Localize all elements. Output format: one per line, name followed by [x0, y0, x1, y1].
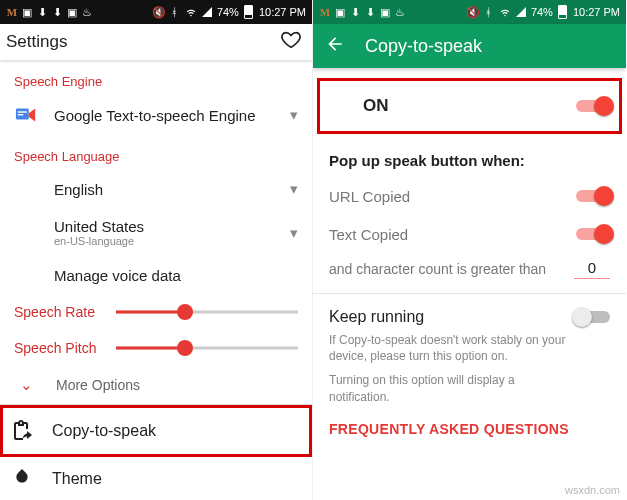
language-label: English: [54, 181, 103, 198]
speech-rate-label: Speech Rate: [14, 304, 110, 320]
url-copied-row[interactable]: URL Copied: [313, 177, 626, 215]
favorite-button[interactable]: [280, 29, 302, 55]
google-tts-icon: [14, 105, 38, 125]
download-icon: ⬇: [349, 6, 361, 18]
locale-label: United States: [54, 218, 144, 235]
language-row[interactable]: English ▾: [0, 170, 312, 208]
battery-percent: 74%: [531, 6, 553, 18]
url-copied-label: URL Copied: [329, 188, 410, 205]
settings-screen: M ▣ ⬇ ⬇ ▣ ♨ 🔇 ᚼ 74% 10:27 PM Settings: [0, 0, 313, 500]
locale-sub: en-US-language: [54, 235, 144, 247]
page-title: Settings: [6, 32, 67, 52]
keep-running-desc-2: Turning on this option will display a no…: [313, 370, 626, 410]
watermark: wsxdn.com: [565, 484, 620, 496]
battery-icon: [557, 6, 569, 18]
wifi-icon: [185, 6, 197, 18]
chevron-down-icon: ▾: [290, 224, 298, 242]
manage-voice-label: Manage voice data: [54, 267, 181, 284]
text-copied-label: Text Copied: [329, 226, 408, 243]
download-icon: ▣: [21, 6, 33, 18]
svg-rect-2: [18, 114, 24, 115]
status-bar: M ▣ ⬇ ⬇ ▣ ♨ 🔇 ᚼ 74% 10:27 PM: [313, 0, 626, 24]
keep-running-toggle[interactable]: [576, 308, 610, 326]
svg-rect-1: [18, 111, 27, 112]
app-header: Copy-to-speak: [313, 24, 626, 68]
speech-rate-row: Speech Rate: [0, 294, 312, 330]
signal-icon: [201, 6, 213, 18]
section-speech-language: Speech Language: [0, 135, 312, 170]
download-icon: ⬇: [364, 6, 376, 18]
engine-label: Google Text-to-speech Engine: [54, 107, 256, 124]
manage-voice-data-row[interactable]: Manage voice data: [0, 257, 312, 294]
character-count-row: and character count is greater than 0: [313, 253, 626, 293]
bluetooth-icon: ᚼ: [169, 6, 181, 18]
popup-heading: Pop up speak button when:: [313, 142, 626, 177]
text-copied-row[interactable]: Text Copied: [313, 215, 626, 253]
status-icon: M: [319, 6, 331, 18]
copy-to-speak-menu-item[interactable]: Copy-to-speak: [0, 405, 312, 457]
more-options-label: More Options: [56, 377, 140, 393]
text-copied-toggle[interactable]: [576, 225, 610, 243]
copy-to-speak-label: Copy-to-speak: [52, 422, 156, 440]
app-header: Settings: [0, 24, 312, 60]
theme-label: Theme: [52, 470, 102, 488]
app-icon: ▣: [66, 6, 78, 18]
clock: 10:27 PM: [259, 6, 306, 18]
speech-pitch-row: Speech Pitch: [0, 330, 312, 366]
theme-icon: [10, 467, 34, 491]
speech-pitch-label: Speech Pitch: [14, 340, 110, 356]
keep-running-label: Keep running: [329, 308, 424, 326]
status-icon: M: [6, 6, 18, 18]
chevron-down-icon: ⌄: [14, 376, 38, 394]
battery-icon: [243, 6, 255, 18]
clock: 10:27 PM: [573, 6, 620, 18]
char-count-input[interactable]: 0: [574, 259, 610, 279]
signal-icon: [515, 6, 527, 18]
flame-icon: ♨: [394, 6, 406, 18]
bluetooth-icon: ᚼ: [483, 6, 495, 18]
back-arrow-icon: [325, 34, 345, 54]
battery-percent: 74%: [217, 6, 239, 18]
chevron-down-icon: ▾: [290, 106, 298, 124]
app-icon: ▣: [379, 6, 391, 18]
speech-pitch-slider[interactable]: [116, 336, 298, 360]
master-toggle[interactable]: [576, 97, 610, 115]
clipboard-speak-icon: [10, 419, 34, 443]
theme-menu-item[interactable]: Theme: [0, 457, 312, 493]
download-icon: ⬇: [36, 6, 48, 18]
url-copied-toggle[interactable]: [576, 187, 610, 205]
page-title: Copy-to-speak: [365, 36, 482, 57]
keep-running-row[interactable]: Keep running: [313, 294, 626, 330]
more-options-row[interactable]: ⌄ More Options: [0, 366, 312, 404]
flame-icon: ♨: [81, 6, 93, 18]
chevron-down-icon: ▾: [290, 180, 298, 198]
status-bar: M ▣ ⬇ ⬇ ▣ ♨ 🔇 ᚼ 74% 10:27 PM: [0, 0, 312, 24]
section-speech-engine: Speech Engine: [0, 60, 312, 95]
faq-link[interactable]: FREQUENTLY ASKED QUESTIONS: [313, 411, 626, 453]
download-icon: ▣: [334, 6, 346, 18]
back-button[interactable]: [325, 34, 345, 59]
keep-running-desc-1: If Copy-to-speak doesn't work stably on …: [313, 330, 626, 370]
heart-icon: [280, 29, 302, 51]
on-label: ON: [363, 96, 389, 116]
master-on-row[interactable]: ON: [317, 78, 622, 134]
char-count-label: and character count is greater than: [329, 261, 546, 277]
speech-rate-slider[interactable]: [116, 300, 298, 324]
wifi-icon: [499, 6, 511, 18]
copy-to-speak-screen: M ▣ ⬇ ⬇ ▣ ♨ 🔇 ᚼ 74% 10:27 PM Copy-to-sp: [313, 0, 626, 500]
download-icon: ⬇: [51, 6, 63, 18]
google-tts-engine-row[interactable]: Google Text-to-speech Engine ▾: [0, 95, 312, 135]
locale-row[interactable]: United States en-US-language ▾: [0, 208, 312, 257]
no-sound-icon: 🔇: [153, 6, 165, 18]
no-sound-icon: 🔇: [467, 6, 479, 18]
